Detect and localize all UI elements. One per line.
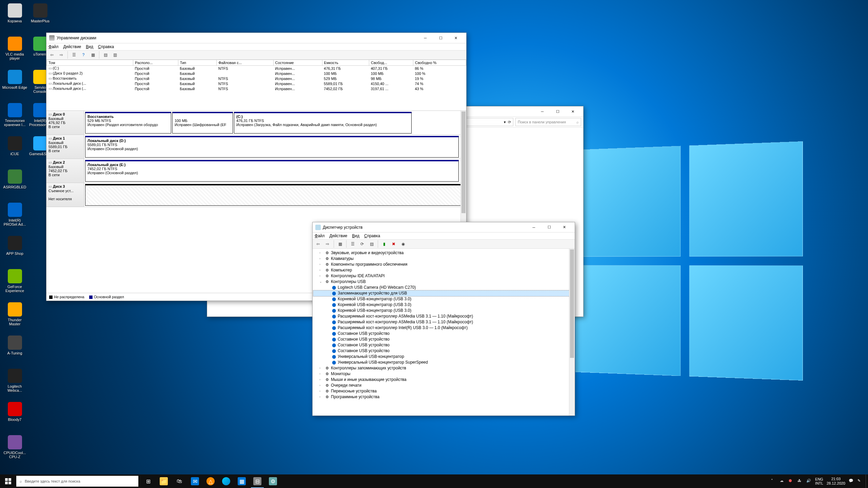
desktop-icon[interactable]: ASRRGBLED xyxy=(2,168,27,201)
disable-icon[interactable]: ✖ xyxy=(390,240,398,248)
tray-language[interactable]: ENGINTL xyxy=(815,477,823,485)
layout-icon[interactable]: ▦ xyxy=(89,51,97,59)
tree-device[interactable]: ⬤Составное USB устройство xyxy=(313,348,574,354)
properties-icon[interactable]: ☰ xyxy=(349,240,357,248)
expand-icon[interactable]: › xyxy=(319,372,323,375)
desktop-icon[interactable]: Bloody7 xyxy=(2,401,27,434)
expand-icon[interactable]: › xyxy=(319,257,323,260)
expand-icon[interactable]: › xyxy=(319,378,323,381)
scan-icon[interactable]: ▤ xyxy=(368,240,376,248)
taskbar-search[interactable]: ⌕Введите здесь текст для поиска xyxy=(16,476,138,487)
partition[interactable]: Локальный диск (D:)5589,01 ГБ NTFSИсправ… xyxy=(85,136,459,158)
scrollbar[interactable] xyxy=(569,249,575,415)
tree-device[interactable]: ⬤Запоминающее устройство для USB xyxy=(313,290,574,296)
volume-list[interactable]: ТомРасполо...ТипФайловая с...СостояниеЕм… xyxy=(46,60,466,111)
list-bottom-icon[interactable]: ▥ xyxy=(111,51,119,59)
tree-category[interactable]: ›⚙Мыши и иные указывающие устройства xyxy=(313,377,574,383)
expand-icon[interactable]: › xyxy=(319,274,323,278)
tree-category[interactable]: ⌄⚙Контроллеры USB xyxy=(313,279,574,285)
tree-device[interactable]: ⬤Составное USB устройство xyxy=(313,331,574,337)
fwd-icon[interactable]: ⇨ xyxy=(57,51,65,59)
tray-chevron-icon[interactable]: ˄ xyxy=(771,479,776,484)
titlebar[interactable]: Диспетчер устройств ─ ☐ ✕ xyxy=(313,222,575,232)
tree-category[interactable]: ›⚙Программные устройства xyxy=(313,394,574,400)
back-icon[interactable]: ⇦ xyxy=(48,51,56,59)
tree-category[interactable]: ›⚙Контроллеры запоминающих устройств xyxy=(313,365,574,371)
desktop-icon[interactable]: MasterPlus xyxy=(27,2,53,35)
volume-row[interactable]: ▭ Локальный диск (...ПростойБазовыйNTFSИ… xyxy=(47,81,466,86)
tree-device[interactable]: ⬤Составное USB устройство xyxy=(313,337,574,342)
cp-search[interactable]: Поиск в панели управления⌕ xyxy=(515,118,581,126)
maximize-button[interactable]: ☐ xyxy=(541,222,557,232)
desktop-icon[interactable]: A-Tuning xyxy=(2,334,27,367)
tree-category[interactable]: ›⚙Компоненты программного обеспечения xyxy=(313,262,574,267)
tray-icon[interactable]: ⬢ xyxy=(789,479,794,484)
volume-row[interactable]: ▭ (Диск 0 раздел 2)ПростойБазовыйИсправе… xyxy=(47,71,466,76)
tb-explorer[interactable]: 📁 xyxy=(156,474,172,488)
expand-icon[interactable]: › xyxy=(319,263,323,266)
tray-clock[interactable]: 21:0328.12.2020 xyxy=(827,477,845,486)
close-button[interactable]: ✕ xyxy=(565,107,580,117)
column-header[interactable]: Свободно % xyxy=(413,60,466,66)
expand-icon[interactable]: › xyxy=(319,251,323,255)
tb-devmgr[interactable]: ⚙ xyxy=(265,474,281,488)
list-top-icon[interactable]: ▤ xyxy=(101,51,110,59)
desktop-icon[interactable]: iCUE xyxy=(2,135,27,168)
close-button[interactable]: ✕ xyxy=(448,33,463,43)
column-header[interactable]: Файловая с... xyxy=(217,60,273,66)
menu-help[interactable]: Справка xyxy=(364,233,380,238)
desktop-icon[interactable]: Технология хранения I... xyxy=(2,102,27,135)
device-tree[interactable]: ›⚙Звуковые, игровые и видеоустройства›⚙К… xyxy=(313,249,575,415)
partition[interactable]: 100 МБИсправен (Шифрованный (EF xyxy=(172,112,233,134)
desktop-icon[interactable]: Intel(R) PROSet Ad... xyxy=(2,201,27,235)
tb-app2[interactable]: ▦ xyxy=(234,474,250,488)
column-header[interactable]: Тип xyxy=(178,60,217,66)
partition[interactable]: (C:)476,31 ГБ NTFSИсправен (Загрузка, Фа… xyxy=(234,112,412,134)
tb-store[interactable]: 🛍 xyxy=(172,474,187,488)
menu-action[interactable]: Действие xyxy=(63,44,81,49)
tree-device[interactable]: ⬤Корневой USB-концентратор (USB 3.0) xyxy=(313,302,574,308)
tree-device[interactable]: ⬤Расширяемый хост-контроллер ASMedia USB… xyxy=(313,313,574,319)
tree-category[interactable]: ›⚙Очереди печати xyxy=(313,383,574,388)
tb-edge[interactable] xyxy=(218,474,234,488)
volume-row[interactable]: ▭ (C:)ПростойБазовыйNTFSИсправен...476,3… xyxy=(47,66,466,71)
disk-row[interactable]: ▭ Диск 2Базовый7452,02 ГБВ сетиЛокальный… xyxy=(46,159,466,183)
menu-file[interactable]: Файл xyxy=(315,233,325,238)
close-button[interactable]: ✕ xyxy=(557,222,572,232)
partition[interactable]: Локальный диск (E:)7452,02 ГБ NTFSИсправ… xyxy=(85,160,459,182)
tree-category[interactable]: ›⚙Клавиатуры xyxy=(313,256,574,262)
expand-icon[interactable]: ⌄ xyxy=(319,280,323,283)
back-icon[interactable]: ⇦ xyxy=(314,240,322,248)
uninstall-icon[interactable]: ▮ xyxy=(380,240,388,248)
desktop-icon[interactable]: GeForce Experience xyxy=(2,268,27,301)
tree-category[interactable]: ›⚙Контроллеры IDE ATA/ATAPI xyxy=(313,273,574,279)
desktop-icon[interactable]: Корзина xyxy=(2,2,27,35)
menu-view[interactable]: Вид xyxy=(352,233,359,238)
tray-pen-icon[interactable]: ✎ xyxy=(857,479,863,484)
desktop-icon[interactable]: Microsoft Edge xyxy=(2,68,27,102)
maximize-button[interactable]: ☐ xyxy=(433,33,448,43)
tray-network-icon[interactable]: 🖧 xyxy=(797,479,803,484)
tray-notifications-icon[interactable]: 💬 xyxy=(849,479,854,484)
desktop-icon[interactable]: Logitech Webca... xyxy=(2,367,27,401)
titlebar[interactable]: Управление дисками ─ ☐ ✕ xyxy=(46,33,466,43)
expand-icon[interactable]: › xyxy=(319,389,323,393)
expand-icon[interactable]: › xyxy=(319,268,323,272)
volume-row[interactable]: ▭ ВосстановитьПростойБазовыйNTFSИсправен… xyxy=(47,76,466,81)
tb-app1[interactable]: △ xyxy=(203,474,218,488)
tree-category[interactable]: ›⚙Переносные устройства xyxy=(313,388,574,394)
tb-diskmgmt[interactable]: ⊟ xyxy=(250,474,265,488)
refresh-icon[interactable]: ☰ xyxy=(70,51,78,59)
tb-mail[interactable]: ✉ xyxy=(187,474,203,488)
volume-row[interactable]: ▭ Локальный диск (...ПростойБазовыйNTFSИ… xyxy=(47,86,466,91)
minimize-button[interactable]: ─ xyxy=(535,107,550,117)
maximize-button[interactable]: ☐ xyxy=(550,107,565,117)
show-desktop-button[interactable] xyxy=(866,474,868,488)
disk-row[interactable]: ▭ Диск 0Базовый476,92 ГБВ сетиВосстанови… xyxy=(46,111,466,135)
tree-category[interactable]: ›⚙Компьютер xyxy=(313,267,574,273)
desktop-icon[interactable]: APP Shop xyxy=(2,235,27,268)
tree-device[interactable]: ⬤Корневой USB-концентратор (USB 3.0) xyxy=(313,308,574,313)
desktop-icon[interactable]: VLC media player xyxy=(2,35,27,68)
expand-icon[interactable]: › xyxy=(319,366,323,370)
enable-icon[interactable]: ◉ xyxy=(399,240,407,248)
